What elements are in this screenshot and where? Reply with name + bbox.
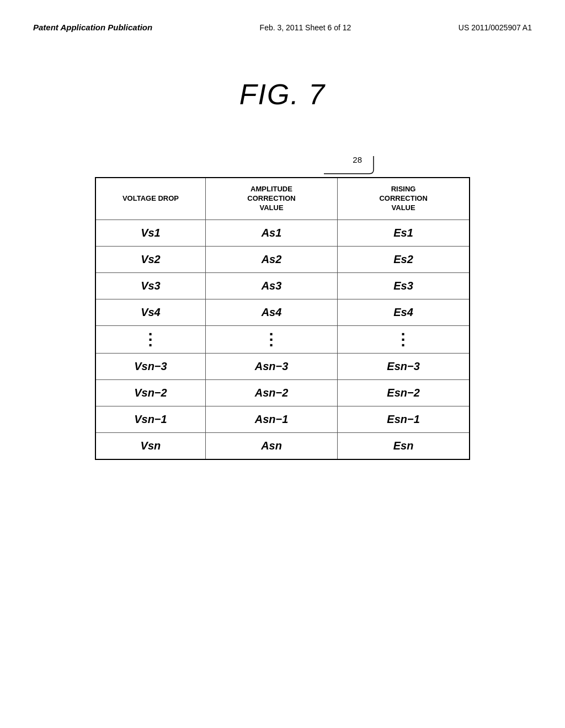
table-row: VsnAsnEsn bbox=[95, 433, 470, 460]
table-row: Vs4As4Es4 bbox=[95, 299, 470, 325]
cell-r0-c0: Vs1 bbox=[95, 220, 205, 246]
correction-table: VOLTAGE DROP AMPLITUDECORRECTIONVALUE RI… bbox=[95, 177, 470, 460]
table-row: ⋮⋮⋮ bbox=[95, 325, 470, 354]
cell-r1-c2: Es2 bbox=[338, 246, 470, 272]
table-row: Vsn−3Asn−3Esn−3 bbox=[95, 354, 470, 380]
patent-number: US 2011/0025907 A1 bbox=[459, 22, 532, 34]
cell-r2-c0: Vs3 bbox=[95, 272, 205, 299]
cell-r3-c0: Vs4 bbox=[95, 299, 205, 325]
cell-r7-c2: Esn−1 bbox=[338, 406, 470, 433]
brace-icon bbox=[318, 156, 385, 177]
cell-r2-c2: Es3 bbox=[338, 272, 470, 299]
cell-r5-c2: Esn−3 bbox=[338, 354, 470, 380]
page-header: Patent Application Publication Feb. 3, 2… bbox=[33, 22, 532, 34]
table-row: Vs1As1Es1 bbox=[95, 220, 470, 246]
cell-r3-c1: As4 bbox=[205, 299, 337, 325]
cell-r3-c2: Es4 bbox=[338, 299, 470, 325]
cell-r0-c1: As1 bbox=[205, 220, 337, 246]
table-row: Vs3As3Es3 bbox=[95, 272, 470, 299]
cell-r1-c0: Vs2 bbox=[95, 246, 205, 272]
cell-r4-c0: ⋮ bbox=[95, 325, 205, 354]
table-row: Vsn−2Asn−2Esn−2 bbox=[95, 380, 470, 406]
table-row: Vsn−1Asn−1Esn−1 bbox=[95, 406, 470, 433]
cell-r1-c1: As2 bbox=[205, 246, 337, 272]
cell-r8-c2: Esn bbox=[338, 433, 470, 460]
publication-label: Patent Application Publication bbox=[33, 22, 152, 33]
cell-r6-c0: Vsn−2 bbox=[95, 380, 205, 406]
cell-r5-c1: Asn−3 bbox=[205, 354, 337, 380]
sheet-info: Feb. 3, 2011 Sheet 6 of 12 bbox=[260, 22, 351, 34]
cell-r2-c1: As3 bbox=[205, 272, 337, 299]
cell-r5-c0: Vsn−3 bbox=[95, 354, 205, 380]
col-header-amplitude: AMPLITUDECORRECTIONVALUE bbox=[205, 178, 337, 220]
cell-r6-c2: Esn−2 bbox=[338, 380, 470, 406]
cell-r7-c1: Asn−1 bbox=[205, 406, 337, 433]
cell-r6-c1: Asn−2 bbox=[205, 380, 337, 406]
cell-r8-c1: Asn bbox=[205, 433, 337, 460]
col-header-voltage-drop: VOLTAGE DROP bbox=[95, 178, 205, 220]
cell-r4-c1: ⋮ bbox=[205, 325, 337, 354]
cell-r8-c0: Vsn bbox=[95, 433, 205, 460]
cell-r0-c2: Es1 bbox=[338, 220, 470, 246]
cell-r4-c2: ⋮ bbox=[338, 325, 470, 354]
figure-title: FIG. 7 bbox=[33, 78, 532, 111]
table-section: 28 VOLTAGE DROP AMPLITUDECORRECTIONVALUE… bbox=[33, 155, 532, 460]
cell-r7-c0: Vsn−1 bbox=[95, 406, 205, 433]
table-label-container: 28 bbox=[95, 155, 470, 177]
col-header-rising: RISINGCORRECTIONVALUE bbox=[338, 178, 470, 220]
table-row: Vs2As2Es2 bbox=[95, 246, 470, 272]
